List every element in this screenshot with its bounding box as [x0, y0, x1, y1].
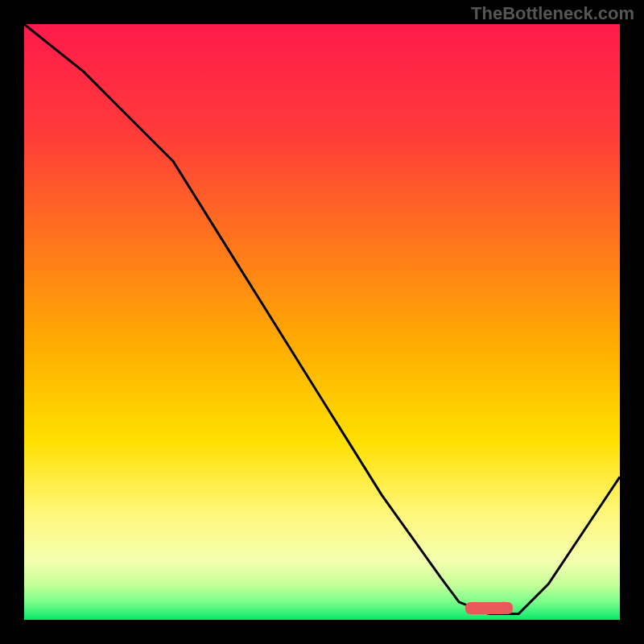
- highlight-marker: [465, 602, 513, 614]
- curve-line: [24, 24, 620, 614]
- plot-area: [24, 24, 620, 620]
- chart-container: TheBottleneck.com: [0, 0, 644, 644]
- curve-layer: [24, 24, 620, 620]
- watermark-text: TheBottleneck.com: [471, 3, 634, 24]
